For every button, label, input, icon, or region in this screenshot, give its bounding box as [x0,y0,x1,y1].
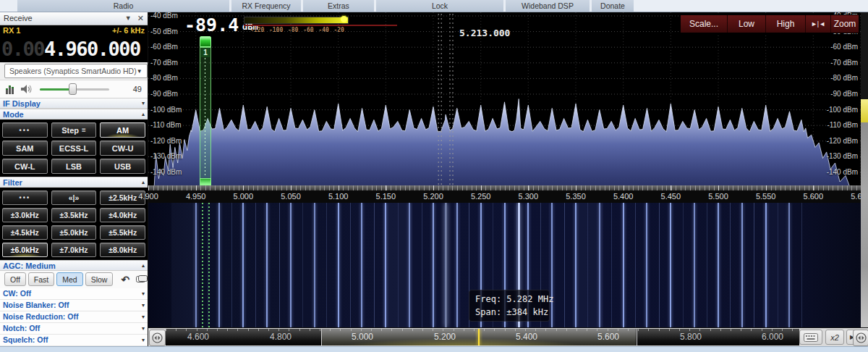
ribbon-tab-lock[interactable]: Lock [376,0,503,12]
waterfall-signal-streak [255,203,256,327]
speaker-icon[interactable] [20,84,33,94]
waterfall-signal-streak [242,203,244,327]
rx-marker-bottom-cap[interactable] [200,178,211,185]
collapse-arrow-icon[interactable]: ▾ [142,302,145,309]
mode-button-sam[interactable]: SAM [2,141,48,156]
mode-button-step[interactable]: Step≡ [51,122,97,138]
frequency-tick-label: 5.250 [465,192,497,201]
filter-button-label: ±5.5kHz [109,228,137,237]
spectrum-vertical-scrollbar[interactable] [861,12,868,327]
filter-button-[interactable]: «|» [51,190,97,205]
agc-button-off[interactable]: Off [4,272,26,286]
pan-right-button[interactable] [853,330,868,346]
frequency-tick-label: 5.000 [227,192,259,201]
ribbon-tab-radio[interactable]: Radio [17,0,229,12]
rx-label: RX 1 [3,26,112,35]
band-overview-strip[interactable]: 4.6004.8005.0005.2005.4005.6005.8006.000 [166,329,799,345]
s-meter-tick-label: -20 [333,27,344,33]
collapse-arrow-icon[interactable]: ▴ [142,262,145,269]
filter-button-70khz[interactable]: ±7.0kHz [51,243,97,257]
s-meter-scale-line [244,25,397,26]
collapsed-section-noise-reduction[interactable]: Noise Reduction: Off▾ [0,311,148,323]
waterfall-display[interactable]: Freq: 5.282 MHz Span: ±384 kHz [148,203,868,327]
agc-button-med[interactable]: Med [56,272,82,286]
collapse-arrow-icon[interactable]: ▴ [142,111,145,117]
collapsed-section-notch[interactable]: Notch: Off▾ [0,323,148,335]
keyboard-entry-button[interactable] [799,330,822,345]
mode-button-[interactable]: ••• [2,122,48,138]
signal-strength-readout: -89.4 [184,14,239,35]
collapsed-section-label: Notch: Off [3,324,142,332]
collapse-arrow-icon[interactable]: ▾ [142,337,145,343]
if-display-section-header[interactable]: IF Display ▾ [0,98,148,109]
filter-button-30khz[interactable]: ±3.0kHz [2,208,48,222]
spectrum-button-high[interactable]: High [766,15,805,33]
panel-collapse-icon[interactable]: ▼ [125,14,132,22]
mode-button-cwu[interactable]: CW-U [100,141,145,156]
mode-section-header[interactable]: Mode ▴ [0,109,148,120]
spectrum-button-low[interactable]: Low [728,15,765,33]
volume-slider[interactable] [40,83,109,95]
waterfall-band [383,203,412,327]
mode-button-cwl[interactable]: CW-L [2,159,48,174]
filter-button-label: ±4.5kHz [11,228,39,237]
filter-button-[interactable]: ••• [2,190,48,205]
rx-tuning-marker[interactable]: 1 [200,36,211,185]
ribbon-tab-donate[interactable]: Donate [592,0,634,12]
collapse-arrow-icon[interactable]: ▾ [142,325,145,332]
frequency-tick-label: 5.200 [417,192,449,201]
zoom-x2-button[interactable]: x2 [825,330,844,345]
undo-icon[interactable]: ↶ [121,276,129,283]
agc-button-fast[interactable]: Fast [28,272,54,286]
filter-section-header[interactable]: Filter ▴ [0,177,148,188]
frequency-scale[interactable]: 4.9004.9505.0005.0505.1005.1505.2005.250… [148,185,868,203]
band-frequency-label: 5.400 [509,332,545,342]
collapsed-section-cw[interactable]: CW: Off▾ [0,288,148,300]
collapse-arrow-icon[interactable]: ▾ [142,100,145,106]
s-meter-tick-label: -60 [303,27,313,33]
frequency-tick-label: 5.550 [750,192,782,201]
dbm-label-left: -120 dBm [150,137,182,145]
rx-marker-top-cap[interactable] [200,36,211,47]
agc-button-slow[interactable]: Slow [85,272,114,286]
spectrum-button-[interactable]: ►|◄ [806,15,830,33]
waterfall-signal-streak [730,203,731,327]
filter-button-40khz[interactable]: ±4.0kHz [100,208,145,222]
spectrum-button-scale[interactable]: Scale... [681,15,727,33]
memory-tag-icon[interactable] [136,275,148,283]
dbm-label-right: -130 dBm [827,152,858,160]
filter-button-60khz[interactable]: ±6.0kHz [2,243,48,257]
pan-left-button[interactable] [149,330,166,346]
spectrum-display[interactable]: -40 dBm-50 dBm-60 dBm-70 dBm-80 dBm-90 d… [148,12,868,185]
waterfall-signal-streak [564,203,565,327]
rx-marker-passband[interactable] [200,47,211,185]
collapse-arrow-icon[interactable]: ▾ [142,314,145,320]
panel-close-icon[interactable]: ✕ [137,14,144,23]
volume-thumb[interactable] [69,83,77,95]
band-strip-ticks [166,329,799,331]
filter-button-50khz[interactable]: ±5.0kHz [51,225,97,240]
collapsed-section-noise-blanker[interactable]: Noise Blanker: Off▾ [0,300,148,311]
mode-button-ecssl[interactable]: ECSS-L [51,141,97,156]
dbm-label-right: -100 dBm [827,106,858,114]
filter-button-80khz[interactable]: ±8.0kHz [100,243,145,257]
ribbon-tab-rx-frequency[interactable]: RX Frequency [231,0,301,12]
filter-button-55khz[interactable]: ±5.5kHz [100,225,145,240]
scrollbar-track[interactable] [861,122,868,327]
ribbon-tab-wideband-dsp[interactable]: Wideband DSP [506,0,590,12]
audio-device-select[interactable]: Speakers (Synaptics SmartAudio HD) ▼ [4,64,148,78]
filter-button-35khz[interactable]: ±3.5kHz [51,208,97,222]
collapse-arrow-icon[interactable]: ▴ [142,179,145,185]
equalizer-icon[interactable] [6,85,16,94]
frequency-display[interactable]: 0.004.960.000 [0,35,148,62]
scrollbar-thumb[interactable] [861,99,868,122]
ribbon-tab-extras[interactable]: Extras [303,0,374,12]
mode-button-lsb[interactable]: LSB [51,159,97,174]
filter-button-45khz[interactable]: ±4.5kHz [2,225,48,240]
spectrum-button-zoom[interactable]: Zoom [831,15,859,33]
collapse-arrow-icon[interactable]: ▾ [142,290,145,297]
mode-button-usb[interactable]: USB [100,159,145,174]
mode-button-am[interactable]: AM [100,122,145,138]
agc-section-header[interactable]: AGC: Medium ▴ [0,260,148,271]
collapsed-section-squelch[interactable]: Squelch: Off▾ [0,335,148,346]
